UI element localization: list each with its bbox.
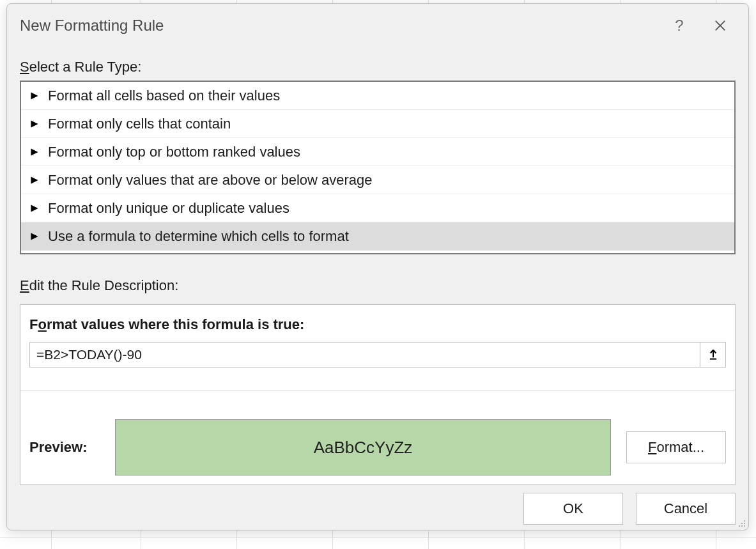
rule-type-item[interactable]: Use a formula to determine which cells t…: [21, 222, 734, 251]
rule-type-item[interactable]: Format only unique or duplicate values: [21, 194, 734, 222]
resize-grip[interactable]: [737, 518, 746, 527]
new-formatting-rule-dialog: New Formatting Rule ? Select a Rule Type…: [6, 3, 749, 530]
formula-input[interactable]: [30, 343, 700, 367]
triangle-right-icon: [29, 148, 40, 157]
svg-marker-1: [31, 120, 38, 127]
svg-point-10: [739, 525, 740, 527]
svg-point-11: [741, 525, 743, 527]
format-button[interactable]: Format...: [626, 431, 726, 463]
rule-type-label: Format only unique or duplicate values: [48, 200, 289, 217]
rule-type-label: Format only top or bottom ranked values: [48, 144, 300, 160]
rule-description-box: Format values where this formula is true…: [20, 304, 736, 485]
range-picker-button[interactable]: [700, 343, 725, 367]
svg-marker-2: [31, 148, 38, 155]
preview-sample: AaBbCcYyZz: [115, 419, 611, 476]
preview-label: Preview:: [29, 439, 100, 456]
rule-type-item[interactable]: Format only cells that contain: [21, 110, 734, 138]
svg-marker-0: [31, 92, 38, 99]
cancel-button[interactable]: Cancel: [636, 493, 736, 525]
svg-point-8: [741, 523, 743, 524]
select-rule-type-label: Select a Rule Type:: [20, 59, 736, 75]
triangle-right-icon: [29, 91, 40, 100]
svg-point-7: [744, 520, 745, 522]
dialog-title: New Formatting Rule: [20, 17, 667, 35]
rule-type-label: Use a formula to determine which cells t…: [48, 228, 349, 245]
rule-type-list[interactable]: Format all cells based on their values F…: [20, 81, 736, 254]
ok-button[interactable]: OK: [523, 493, 623, 525]
formula-label: Format values where this formula is true…: [29, 316, 726, 333]
svg-marker-4: [31, 205, 38, 212]
formula-input-row: [29, 342, 726, 367]
triangle-right-icon: [29, 176, 40, 185]
rule-type-item[interactable]: Format all cells based on their values: [21, 82, 734, 110]
close-button[interactable]: [705, 13, 736, 38]
rule-type-label: Format only cells that contain: [48, 116, 231, 132]
rule-type-label: Format only values that are above or bel…: [48, 172, 373, 189]
help-button[interactable]: ?: [667, 14, 692, 37]
svg-point-12: [744, 525, 745, 527]
svg-marker-5: [31, 233, 38, 240]
triangle-right-icon: [29, 120, 40, 128]
dialog-button-row: OK Cancel: [20, 493, 736, 525]
rule-type-item[interactable]: Format only values that are above or bel…: [21, 166, 734, 194]
edit-rule-description-label: Edit the Rule Description:: [20, 277, 736, 294]
dialog-titlebar: New Formatting Rule ?: [7, 4, 748, 45]
triangle-right-icon: [29, 204, 40, 213]
preview-sample-text: AaBbCcYyZz: [314, 438, 413, 458]
divider: [20, 390, 735, 391]
collapse-dialog-icon: [707, 348, 719, 361]
svg-marker-3: [31, 176, 38, 183]
resize-grip-icon: [737, 518, 746, 527]
rule-type-item[interactable]: Format only top or bottom ranked values: [21, 138, 734, 166]
triangle-right-icon: [29, 232, 40, 241]
svg-point-9: [744, 523, 745, 524]
preview-row: Preview: AaBbCcYyZz Format...: [29, 419, 726, 476]
rule-type-label: Format all cells based on their values: [48, 88, 280, 104]
dialog-body: Select a Rule Type: Format all cells bas…: [7, 45, 748, 536]
close-icon: [713, 19, 727, 33]
